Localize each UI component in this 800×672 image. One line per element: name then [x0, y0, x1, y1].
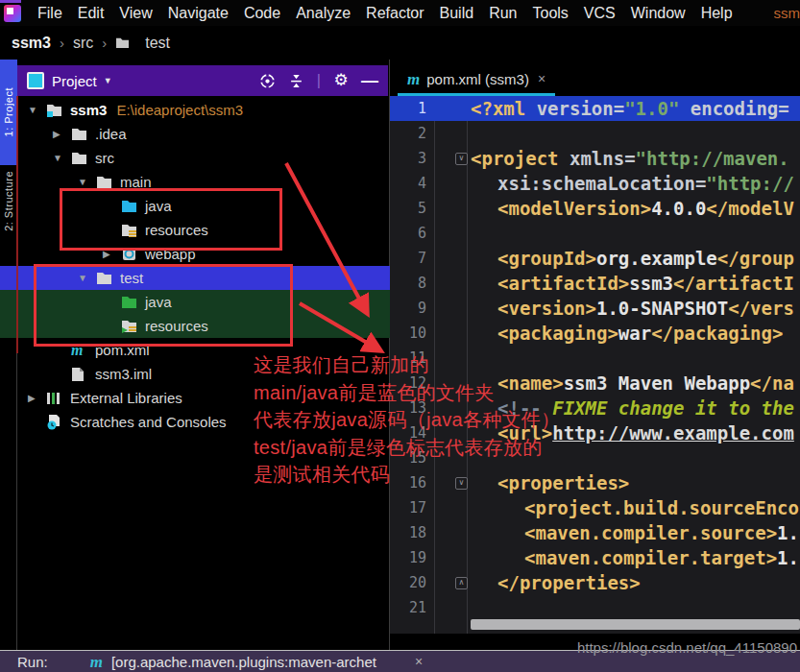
tree-item-src[interactable]: ▼src — [0, 146, 390, 170]
code-line-20[interactable]: 20∧</properties> — [390, 570, 800, 595]
code-line-1[interactable]: 1<?xml version="1.0" encoding= — [390, 96, 800, 121]
menu-tools[interactable]: Tools — [524, 5, 575, 22]
code-line-6[interactable]: 6 — [390, 221, 800, 246]
code-line-3[interactable]: 3∨<project xmlns="http://maven. — [390, 146, 800, 171]
code-text: <maven.compiler.target>1. — [467, 545, 800, 570]
tree-item-label: ssm3.iml — [95, 366, 152, 382]
folder-webapp-icon — [121, 247, 142, 261]
code-line-17[interactable]: 17<project.build.sourceEnco — [390, 495, 800, 520]
horizontal-scrollbar[interactable] — [471, 619, 800, 630]
chevron-collapsed-icon[interactable]: ▶ — [96, 249, 121, 259]
folder-icon — [71, 151, 92, 165]
code-line-18[interactable]: 18<maven.compiler.source>1. — [390, 520, 800, 545]
breadcrumb-test[interactable]: test — [145, 35, 170, 52]
menu-navigate[interactable]: Navigate — [160, 5, 236, 22]
window-edge-accent — [0, 0, 21, 3]
code-text — [467, 121, 800, 146]
menu-edit[interactable]: Edit — [70, 5, 112, 22]
code-line-9[interactable]: 9<version>1.0-SNAPSHOT</vers — [390, 296, 800, 321]
menu-bar: FileEditViewNavigateCodeAnalyzeRefactorB… — [0, 0, 800, 26]
menu-file[interactable]: File — [30, 5, 70, 22]
annotation-note-line: main/java前是蓝色的文件夹 — [254, 379, 560, 407]
tree-item-label: Scratches and Consoles — [70, 414, 227, 430]
project-panel-title[interactable]: Project — [52, 73, 97, 89]
tree-item-java[interactable]: java — [0, 290, 390, 314]
menu-code[interactable]: Code — [236, 5, 288, 22]
chevron-collapsed-icon[interactable]: ▶ — [21, 393, 46, 403]
editor-tab-bar: m pom.xml (ssm3) × — [390, 60, 800, 96]
code-text: xsi:schemaLocation="http:// — [467, 171, 800, 196]
code-line-21[interactable]: 21 — [390, 595, 800, 620]
folder-test-resources-icon — [121, 319, 142, 333]
tree-item-test[interactable]: ▼test — [0, 266, 390, 290]
annotation-note-text: 这是我们自己新加的main/java前是蓝色的文件夹代表存放java源码（jav… — [254, 351, 560, 489]
code-line-4[interactable]: 4xsi:schemaLocation="http:// — [390, 171, 800, 196]
tree-item-main[interactable]: ▼main — [0, 170, 390, 194]
run-task-name[interactable]: [org.apache.maven.plugins:maven-archet — [111, 654, 376, 670]
tree-item-label: resources — [145, 318, 208, 334]
breadcrumb-project[interactable]: ssm3 — [12, 35, 51, 52]
line-number: 18 — [390, 520, 434, 545]
chevron-expanded-icon[interactable]: ▼ — [21, 105, 46, 115]
intellij-logo-icon — [4, 5, 21, 22]
breadcrumb-src[interactable]: src — [73, 35, 93, 52]
project-path: E:\ideaproject\ssm3 — [116, 102, 243, 118]
chevron-down-icon[interactable]: ▼ — [104, 76, 112, 85]
fold-column — [434, 246, 467, 271]
tree-item-resources[interactable]: resources — [0, 218, 390, 242]
editor-tab-pom-xml[interactable]: m pom.xml (ssm3) × — [398, 64, 555, 96]
code-line-8[interactable]: 8<artifactId>ssm3</artifactI — [390, 271, 800, 296]
menu-refactor[interactable]: Refactor — [358, 5, 431, 22]
annotation-note-line: 这是我们自己新加的 — [254, 351, 560, 379]
editor-tab-title: pom.xml (ssm3) — [426, 71, 529, 87]
code-text: <version>1.0-SNAPSHOT</vers — [467, 296, 800, 321]
collapse-all-button[interactable] — [288, 72, 305, 89]
fold-marker-collapse-icon[interactable]: ∨ — [455, 153, 468, 165]
tree-item-java[interactable]: java — [0, 194, 390, 218]
menu-window[interactable]: Window — [623, 5, 693, 22]
tree-item-label: test — [120, 270, 143, 286]
code-line-7[interactable]: 7<groupId>org.example</group — [390, 246, 800, 271]
code-text: <project.build.sourceEnco — [467, 495, 800, 520]
line-number: 10 — [390, 321, 434, 346]
fold-column — [434, 171, 467, 196]
fold-marker-end-icon[interactable]: ∧ — [455, 577, 468, 589]
tree-item-label: java — [145, 294, 172, 310]
chevron-expanded-icon[interactable]: ▼ — [71, 177, 96, 187]
menu-vcs[interactable]: VCS — [576, 5, 623, 22]
tree-item-webapp[interactable]: ▶webapp — [0, 242, 390, 266]
line-number: 9 — [390, 296, 434, 321]
menu-build[interactable]: Build — [432, 5, 482, 22]
libraries-icon — [46, 391, 67, 405]
close-tab-icon[interactable]: × — [538, 71, 545, 86]
tree-item--idea[interactable]: ▶.idea — [0, 122, 390, 146]
fold-column — [434, 495, 467, 520]
fold-column — [434, 96, 467, 121]
menu-view[interactable]: View — [111, 5, 159, 22]
file-icon — [71, 367, 92, 382]
maven-icon: m — [71, 343, 92, 358]
project-tool-window-icon — [27, 72, 44, 89]
tree-item-label: .idea — [95, 126, 127, 142]
code-line-5[interactable]: 5<modelVersion>4.0.0</modelV — [390, 196, 800, 221]
hide-panel-button[interactable]: — — [361, 72, 378, 89]
chevron-expanded-icon[interactable]: ▼ — [46, 153, 71, 163]
code-line-2[interactable]: 2 — [390, 121, 800, 146]
chevron-expanded-icon[interactable]: ▼ — [71, 273, 96, 283]
code-line-10[interactable]: 10<packaging>war</packaging> — [390, 321, 800, 346]
tree-item-resources[interactable]: resources — [0, 314, 390, 338]
menu-help[interactable]: Help — [693, 5, 740, 22]
tree-item-label: src — [95, 150, 114, 166]
gear-icon[interactable]: ⚙ — [332, 72, 350, 89]
menu-analyze[interactable]: Analyze — [288, 5, 358, 22]
line-number: 20 — [390, 570, 434, 595]
chevron-collapsed-icon[interactable]: ▶ — [46, 129, 71, 139]
code-text — [467, 595, 800, 620]
locate-file-button[interactable] — [259, 72, 277, 89]
tree-item-label: webapp — [145, 246, 196, 262]
code-line-19[interactable]: 19<maven.compiler.target>1. — [390, 545, 800, 570]
tree-item-ssm3[interactable]: ▼ssm3E:\ideaproject\ssm3 — [0, 98, 390, 122]
close-run-tab-icon[interactable]: × — [415, 654, 423, 669]
menu-right-project-label: ssm — [774, 5, 800, 21]
menu-run[interactable]: Run — [481, 5, 524, 22]
